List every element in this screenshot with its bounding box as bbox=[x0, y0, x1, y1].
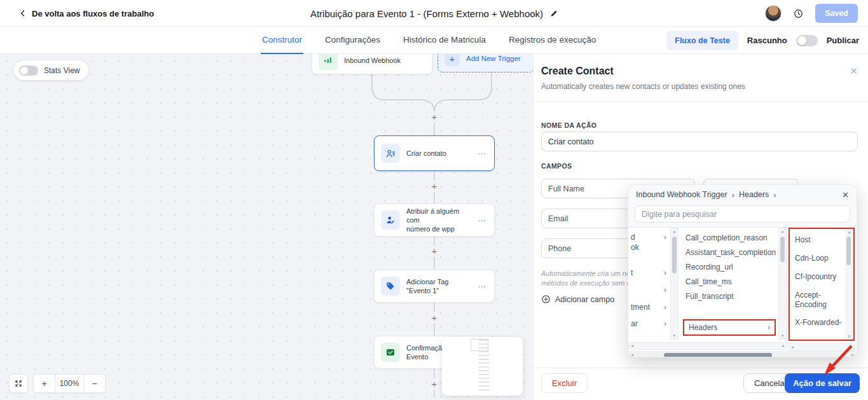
node-label: Atribuir á alguém com número de wpp bbox=[406, 207, 470, 233]
picker-field-item[interactable]: Full_transcript bbox=[682, 286, 777, 301]
scroll-left-icon: ◄ bbox=[630, 344, 634, 348]
node-atribuir-alguem[interactable]: Atribuir á alguém com número de wpp ⋯ bbox=[374, 203, 495, 237]
picker-category-item[interactable]: ok bbox=[628, 242, 670, 252]
add-step-button-2[interactable]: + bbox=[429, 181, 440, 192]
stats-view-label: Stats View bbox=[44, 66, 79, 75]
back-to-workflows-link[interactable]: De volta aos fluxos de trabalho bbox=[19, 0, 154, 27]
scroll-right-icon: ► bbox=[849, 345, 853, 349]
add-step-button-4[interactable]: + bbox=[429, 312, 440, 324]
add-step-button-5[interactable]: + bbox=[429, 378, 440, 390]
tab-construtor[interactable]: Construtor bbox=[261, 27, 303, 54]
preview-skeleton-lines bbox=[479, 340, 489, 390]
add-new-trigger-button[interactable]: + Add New Trigger bbox=[437, 54, 533, 72]
picker-category-item[interactable]: › bbox=[628, 277, 670, 294]
scroll-left-icon: ◄ bbox=[630, 353, 634, 357]
draft-label: Rascunho bbox=[747, 36, 787, 45]
chevron-right-icon: › bbox=[664, 286, 666, 294]
node-menu-button[interactable]: ⋯ bbox=[476, 216, 488, 225]
node-label: Criar contato bbox=[406, 149, 470, 158]
delete-action-button[interactable]: Excluir bbox=[541, 373, 588, 393]
scroll-right-icon: ► bbox=[851, 353, 855, 357]
user-avatar[interactable] bbox=[765, 5, 782, 22]
tab-configuracoes[interactable]: Configurações bbox=[324, 27, 382, 54]
node-label: Adicionar Tag "Evento 1" bbox=[406, 277, 470, 295]
scroll-up-icon: ▲ bbox=[845, 230, 853, 234]
picker-header-item[interactable]: X-Forwarded- bbox=[795, 318, 843, 328]
picker-category-item[interactable]: d› bbox=[628, 228, 670, 242]
column2-scrollbar[interactable]: ▲ ▼ bbox=[778, 228, 787, 340]
add-field-label: Adicionar campo bbox=[555, 295, 614, 304]
picker-category-item[interactable]: ar› bbox=[628, 312, 670, 328]
picker-field-item[interactable]: Assistant_task_completion bbox=[682, 242, 777, 257]
picker-category-item[interactable]: tment› bbox=[628, 294, 670, 312]
close-panel-icon[interactable]: ✕ bbox=[850, 66, 858, 77]
add-step-button-1[interactable]: + bbox=[429, 111, 440, 123]
assign-user-icon bbox=[381, 210, 400, 230]
column1-scrollbar[interactable]: ▲ ▼ bbox=[670, 228, 679, 340]
scrollbar-thumb bbox=[664, 353, 772, 357]
node-menu-button[interactable]: ⋯ bbox=[476, 149, 488, 158]
column3-scrollbar[interactable]: ▲ ▼ bbox=[845, 229, 853, 340]
node-adicionar-tag[interactable]: Adicionar Tag "Evento 1" ⋯ bbox=[374, 270, 495, 303]
scroll-left-icon: ◄ bbox=[790, 345, 794, 349]
picker-header-item[interactable]: Cdn-Loop bbox=[795, 254, 843, 263]
zoom-level: 100% bbox=[55, 375, 83, 392]
preview-popup-card bbox=[442, 337, 523, 396]
action-name-input[interactable] bbox=[541, 132, 858, 151]
chevron-left-icon bbox=[19, 9, 27, 18]
picker-header-item[interactable]: Host bbox=[795, 235, 843, 245]
scrollbar-thumb bbox=[846, 237, 851, 265]
publish-toggle[interactable] bbox=[796, 35, 818, 46]
picker-field-item[interactable]: Call_completion_reason bbox=[682, 228, 777, 242]
tab-registros-execucao[interactable]: Registros de execução bbox=[507, 27, 597, 54]
picker-field-item[interactable]: Call_time_ms bbox=[682, 272, 777, 286]
breadcrumb-headers[interactable]: Headers bbox=[739, 190, 769, 199]
publish-toggle-knob bbox=[797, 36, 806, 45]
scroll-down-icon: ▼ bbox=[779, 334, 786, 338]
scrollbar-thumb bbox=[672, 237, 677, 273]
node-inbound-webhook[interactable]: Inbound Webhook bbox=[312, 54, 432, 74]
zoom-in-button[interactable]: + bbox=[34, 375, 55, 392]
action-name-label: NOME DA AÇÃO bbox=[541, 121, 596, 129]
expand-icon bbox=[14, 379, 23, 388]
picker-field-item[interactable]: Recording_url bbox=[682, 257, 777, 272]
chevron-right-icon: › bbox=[773, 190, 776, 200]
saved-button[interactable]: Saved bbox=[815, 4, 858, 23]
stats-view-toggle[interactable] bbox=[19, 66, 38, 76]
zoom-out-button[interactable]: − bbox=[83, 375, 105, 392]
circle-plus-icon bbox=[541, 294, 551, 304]
test-flow-button[interactable]: Fluxo de Teste bbox=[666, 31, 738, 50]
chevron-right-icon: › bbox=[664, 303, 666, 312]
edit-pencil-icon[interactable] bbox=[549, 10, 558, 18]
headers-horizontal-scrollbar[interactable]: ◄ ► bbox=[789, 343, 855, 351]
picker-header-item[interactable]: Accept-Encoding bbox=[795, 291, 843, 310]
add-step-button-3[interactable]: + bbox=[429, 245, 440, 257]
scroll-right-icon: ► bbox=[782, 344, 785, 348]
picker-search-input[interactable] bbox=[635, 205, 850, 223]
picker-field-item-headers-highlighted[interactable]: Headers › bbox=[683, 319, 776, 336]
node-menu-button[interactable]: ⋯ bbox=[476, 282, 488, 291]
save-action-button[interactable]: Ação de salvar bbox=[785, 373, 860, 393]
webhook-icon bbox=[319, 54, 338, 70]
add-field-link[interactable]: Adicionar campo bbox=[541, 294, 614, 304]
scroll-down-icon: ▼ bbox=[671, 334, 678, 338]
picker-header-item[interactable]: Cf-Ipcountry bbox=[795, 272, 843, 282]
columns-horizontal-scrollbar[interactable]: ◄ ► bbox=[628, 342, 787, 350]
panel-title: Create Contact bbox=[541, 66, 614, 77]
history-clock-icon[interactable] bbox=[793, 8, 804, 19]
chevron-right-icon: › bbox=[664, 319, 666, 328]
add-trigger-label: Add New Trigger bbox=[466, 55, 521, 62]
workflow-canvas[interactable]: Inbound Webhook + Add New Trigger + + + … bbox=[0, 54, 533, 400]
close-picker-icon[interactable]: ✕ bbox=[842, 190, 849, 200]
stats-view-pill: Stats View bbox=[14, 60, 88, 80]
node-label: Inbound Webhook bbox=[344, 56, 425, 65]
breadcrumb-trigger[interactable]: Inbound Webhook Trigger bbox=[636, 190, 727, 199]
scroll-down-icon: ▼ bbox=[845, 334, 853, 338]
tab-historico-matricula[interactable]: Histórico de Matricula bbox=[402, 27, 487, 54]
picker-category-item[interactable]: t› bbox=[628, 252, 670, 277]
node-criar-contato[interactable]: Criar contato ⋯ bbox=[374, 135, 495, 171]
chevron-right-icon: › bbox=[768, 323, 770, 332]
picker-horizontal-scrollbar[interactable]: ◄ ► bbox=[628, 351, 857, 357]
fit-to-screen-button[interactable] bbox=[9, 374, 28, 393]
picker-breadcrumb: Inbound Webhook Trigger › Headers › ✕ bbox=[628, 185, 857, 204]
